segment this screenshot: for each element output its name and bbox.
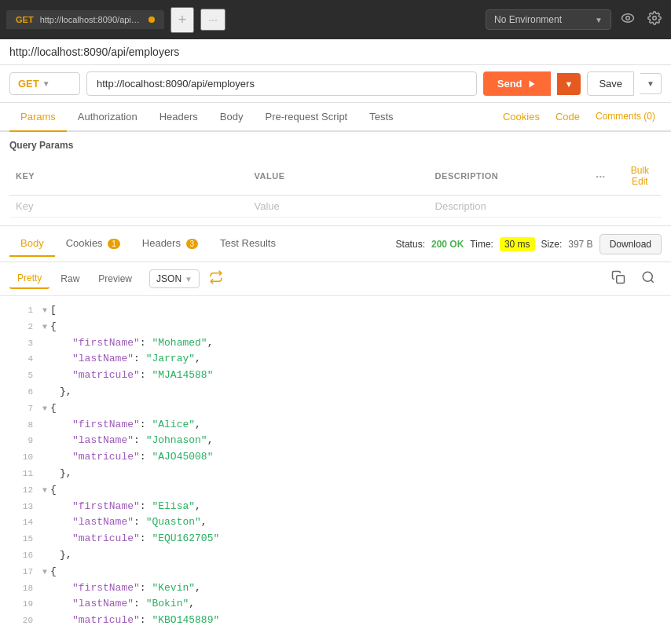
- param-key-input-cell[interactable]: Key: [9, 196, 248, 218]
- param-desc-input-cell[interactable]: Description: [429, 196, 584, 218]
- toggle-12[interactable]: ▼: [42, 485, 47, 497]
- json-line-3: 3 "firstName": "Mohamed",: [9, 335, 662, 352]
- resp-tab-cookies[interactable]: Cookies 1: [55, 231, 131, 257]
- code-link[interactable]: Code: [549, 103, 586, 130]
- response-tabs: Body Cookies 1 Headers 3 Test Results: [9, 231, 287, 257]
- tab-params[interactable]: Params: [9, 103, 67, 132]
- params-table: KEY VALUE DESCRIPTION ··· Bulk Edit Key …: [9, 157, 662, 218]
- format-select[interactable]: JSON ▼: [149, 269, 200, 288]
- json-line-6: 6 },: [9, 384, 662, 401]
- request-tab[interactable]: GET http://localhost:8090/api/emplo: [6, 10, 164, 29]
- tab-url: http://localhost:8090/api/emplo: [40, 15, 142, 24]
- toggle-17[interactable]: ▼: [42, 566, 47, 579]
- json-line-18: 18 "firstName": "Kevin",: [9, 580, 662, 597]
- svg-point-2: [653, 16, 657, 20]
- toggle-7[interactable]: ▼: [42, 403, 47, 415]
- json-line-1: 1 ▼ [: [9, 302, 662, 319]
- col-more: ···: [583, 157, 618, 196]
- save-dropdown-button[interactable]: ▼: [640, 73, 662, 94]
- format-label: JSON: [156, 273, 182, 284]
- body-view-raw[interactable]: Raw: [53, 269, 87, 288]
- json-line-12: 12 ▼ {: [9, 482, 662, 499]
- settings-button[interactable]: [644, 8, 665, 31]
- body-view-preview[interactable]: Preview: [90, 269, 140, 288]
- tab-tests[interactable]: Tests: [358, 103, 404, 132]
- resp-tab-body[interactable]: Body: [9, 231, 55, 257]
- json-line-9: 9 "lastName": "Johnason",: [9, 433, 662, 449]
- method-label: GET: [18, 78, 39, 90]
- env-chevron-icon: ▼: [595, 16, 603, 24]
- json-line-11: 11 },: [9, 466, 662, 482]
- json-line-4: 4 "lastName": "Jarray",: [9, 351, 662, 368]
- col-key: KEY: [9, 157, 248, 196]
- param-value-input-cell[interactable]: Value: [248, 196, 429, 218]
- size-prefix: Size:: [541, 239, 563, 250]
- url-input[interactable]: [86, 71, 477, 96]
- json-line-5: 5 "matricule": "MJA14588": [9, 368, 662, 384]
- svg-line-6: [651, 280, 653, 282]
- status-prefix: Status:: [396, 239, 425, 250]
- response-header: Body Cookies 1 Headers 3 Test Results St…: [0, 225, 671, 262]
- toggle-2[interactable]: ▼: [42, 321, 47, 334]
- copy-button[interactable]: [605, 267, 632, 291]
- comments-link[interactable]: Comments (0): [589, 103, 662, 130]
- svg-point-1: [626, 16, 630, 20]
- size-value: 397 B: [568, 239, 592, 250]
- json-line-8: 8 "firstName": "Alice",: [9, 417, 662, 434]
- json-line-19: 19 "lastName": "Bokin",: [9, 596, 662, 613]
- svg-point-5: [643, 272, 652, 281]
- resp-tab-headers[interactable]: Headers 3: [131, 231, 209, 257]
- svg-rect-4: [617, 276, 625, 284]
- param-row-empty: Key Value Description: [9, 196, 662, 218]
- headers-badge: 3: [186, 239, 199, 249]
- download-button[interactable]: Download: [600, 234, 662, 254]
- tab-headers[interactable]: Headers: [148, 103, 209, 132]
- bulk-edit-button[interactable]: Bulk Edit: [625, 162, 655, 190]
- tab-modified-dot: [148, 16, 155, 23]
- send-dropdown-button[interactable]: ▼: [557, 73, 581, 95]
- send-button[interactable]: Send: [483, 71, 551, 96]
- params-more-icon[interactable]: ···: [589, 170, 611, 182]
- search-button[interactable]: [635, 267, 662, 291]
- tab-pre-request-script[interactable]: Pre-request Script: [254, 103, 358, 132]
- svg-point-0: [622, 14, 634, 23]
- query-params-title: Query Params: [9, 140, 662, 151]
- cookies-badge: 1: [108, 239, 120, 249]
- body-toolbar: Pretty Raw Preview JSON ▼: [0, 262, 671, 296]
- json-line-13: 13 "firstName": "Elisa",: [9, 499, 662, 515]
- add-tab-button[interactable]: +: [170, 7, 195, 33]
- col-bulk: Bulk Edit: [618, 157, 662, 196]
- json-line-14: 14 "lastName": "Quaston",: [9, 514, 662, 531]
- wrap-button[interactable]: [203, 267, 229, 291]
- top-right-controls: No Environment ▼: [486, 8, 665, 31]
- eye-button[interactable]: [618, 8, 638, 31]
- query-params-section: Query Params KEY VALUE DESCRIPTION ··· B…: [0, 132, 671, 225]
- top-bar: GET http://localhost:8090/api/emplo + ··…: [0, 0, 671, 39]
- col-value: VALUE: [248, 157, 429, 196]
- status-value: 200 OK: [431, 239, 464, 250]
- body-view-pretty[interactable]: Pretty: [9, 269, 50, 289]
- time-value: 30 ms: [500, 237, 535, 251]
- json-line-16: 16 },: [9, 547, 662, 564]
- method-chevron-icon: ▼: [42, 79, 50, 88]
- save-button[interactable]: Save: [587, 71, 634, 96]
- cookies-link[interactable]: Cookies: [497, 103, 546, 130]
- json-response-area: 1 ▼ [ 2 ▼ { 3 "firstName": "Mohamed", 4 …: [0, 296, 671, 644]
- request-tabs-row: Params Authorization Headers Body Pre-re…: [0, 103, 671, 132]
- resp-tab-test-results[interactable]: Test Results: [209, 231, 287, 257]
- json-line-20: 20 "matricule": "KBO145889": [9, 613, 662, 629]
- json-line-17: 17 ▼ {: [9, 564, 662, 580]
- json-line-15: 15 "matricule": "EQU162705": [9, 531, 662, 547]
- json-line-7: 7 ▼ {: [9, 401, 662, 417]
- tab-body[interactable]: Body: [209, 103, 255, 132]
- app-container: GET http://localhost:8090/api/emplo + ··…: [0, 0, 671, 644]
- tab-right-links: Cookies Code Comments (0): [497, 103, 662, 130]
- method-dropdown[interactable]: GET ▼: [9, 72, 80, 95]
- request-bar: GET ▼ Send ▼ Save ▼: [0, 65, 671, 103]
- svg-marker-3: [529, 80, 534, 87]
- response-meta: Status: 200 OK Time: 30 ms Size: 397 B D…: [396, 234, 662, 254]
- toggle-1[interactable]: ▼: [42, 305, 47, 317]
- environment-select[interactable]: No Environment ▼: [486, 9, 611, 30]
- more-tabs-button[interactable]: ···: [200, 9, 226, 31]
- tab-authorization[interactable]: Authorization: [67, 103, 148, 132]
